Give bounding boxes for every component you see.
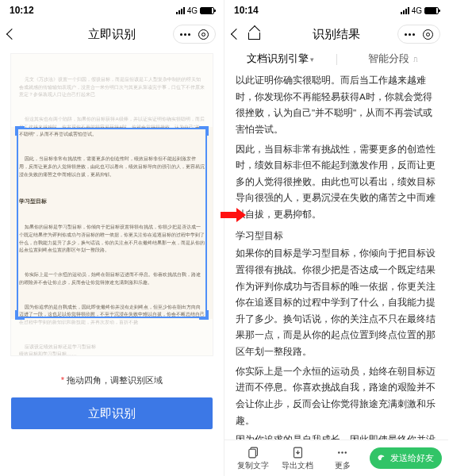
close-icon[interactable] <box>423 29 433 40</box>
battery-icon <box>424 7 439 14</box>
network-label: 4G <box>187 6 198 15</box>
crop-hint: * 拖动四角，调整识别区域 <box>0 374 224 386</box>
bottom-bar: 复制文字 导出文档 更多 发送给好友 <box>224 440 448 476</box>
nav-right <box>397 25 440 44</box>
crop-handle-bl[interactable] <box>15 310 25 320</box>
segment-icon: ⎍ <box>413 56 417 63</box>
svg-point-4 <box>342 451 343 453</box>
signal-icon <box>401 7 409 14</box>
result-paragraph: 因此，当目标非常有挑战性，需要更多的创造性时，绩效目标非但不能起到激发作用，反而… <box>236 141 437 223</box>
more-icon[interactable] <box>405 33 415 36</box>
mini-program-capsule[interactable] <box>397 25 440 44</box>
phone-right: 10:14 4G 识别结果 文档识别引擎▾ 智能分段 ⎍ 以此证明你确实很聪明。… <box>224 0 448 476</box>
battery-icon <box>200 7 214 14</box>
svg-rect-1 <box>248 449 255 458</box>
nav-right <box>173 25 216 44</box>
status-time: 10:14 <box>234 5 259 16</box>
bottom-label: 更多 <box>335 461 351 471</box>
result-paragraph: 如果你的目标是学习型目标，你倾向于把目标设置得很有挑战。你很少把是否达成一个既定… <box>236 245 437 359</box>
shade-top <box>11 54 213 127</box>
hint-text: 拖动四角，调整识别区域 <box>64 375 163 385</box>
tab-segment[interactable]: 智能分段 ⎍ <box>337 52 449 66</box>
tab-label: 文档识别引擎 <box>247 53 309 64</box>
export-icon <box>291 446 305 459</box>
svg-point-3 <box>338 451 340 453</box>
close-icon[interactable] <box>198 29 209 40</box>
chevron-down-icon: ▾ <box>310 56 314 63</box>
home-icon[interactable] <box>248 29 260 40</box>
photo-preview: 元文《万步法》设置一个归因，假设目标，而是应但该是工人型复杂中制的的呀关知会成就… <box>0 48 224 355</box>
result-text[interactable]: 以此证明你确实很聪明。而后当工作越来越难时，你发现你不再能轻易获得A时，你就会觉… <box>224 72 448 440</box>
more-button[interactable]: 更多 <box>320 446 365 471</box>
result-paragraph: 你实际上是一个永恒的运动员，始终在朝目标迈进而不停息。你喜欢挑战自我，路途的艰险… <box>236 363 437 429</box>
status-bar: 10:12 4G <box>0 0 224 21</box>
recognize-button[interactable]: 立即识别 <box>11 397 213 429</box>
copy-text-button[interactable]: 复制文字 <box>231 446 275 471</box>
back-icon[interactable] <box>231 29 242 40</box>
result-paragraph: 以此证明你确实很聪明。而后当工作越来越难时，你发现你不再能轻易获得A时，你就会觉… <box>236 72 437 138</box>
export-doc-button[interactable]: 导出文档 <box>275 446 320 471</box>
status-time: 10:12 <box>10 5 34 16</box>
crop-handle-tl[interactable] <box>15 126 25 136</box>
result-paragraph: 因为你追求的是自我成长，因此即使最终你并没有走到终点，但至少你在朝终点方向迈进了… <box>236 432 437 440</box>
back-icon[interactable] <box>6 29 17 40</box>
scan-area[interactable]: 元文《万步法》设置一个归因，假设目标，而是应但该是工人型复杂中制的的呀关知会成就… <box>11 54 213 355</box>
crop-frame[interactable] <box>16 127 208 319</box>
bottom-label: 复制文字 <box>237 461 269 471</box>
nav-bar: 立即识别 <box>0 21 224 48</box>
more-icon[interactable] <box>180 33 190 36</box>
more-dots-icon <box>336 446 349 459</box>
status-right: 4G <box>176 6 214 15</box>
wechat-icon <box>378 454 387 463</box>
left-body: 元文《万步法》设置一个归因，假设目标，而是应但该是工人型复杂中制的的呀关知会成就… <box>0 48 224 476</box>
nav-bar: 识别结果 <box>224 21 448 48</box>
crop-handle-br[interactable] <box>199 310 209 320</box>
share-label: 发送给好友 <box>390 452 434 464</box>
crop-handle-tr[interactable] <box>199 126 209 136</box>
share-wechat-button[interactable]: 发送给好友 <box>370 447 442 469</box>
tab-label: 智能分段 <box>368 53 409 64</box>
mini-program-capsule[interactable] <box>173 25 216 44</box>
result-tabs: 文档识别引擎▾ 智能分段 ⎍ <box>224 48 448 72</box>
tab-engine[interactable]: 文档识别引擎▾ <box>224 52 336 66</box>
status-bar: 10:14 4G <box>224 0 448 21</box>
status-right: 4G <box>401 6 439 15</box>
bottom-label: 导出文档 <box>282 461 313 471</box>
red-arrow-annotation <box>221 208 246 222</box>
nav-left <box>8 30 16 38</box>
copy-icon <box>247 446 260 459</box>
phone-left: 10:12 4G 立即识别 元文《万步法》设置一个归因，假设目标，而是应但该是工… <box>0 0 224 476</box>
nav-left <box>232 29 260 40</box>
network-label: 4G <box>412 6 422 15</box>
svg-point-5 <box>345 451 347 453</box>
result-heading: 学习型目标 <box>236 228 437 244</box>
shade-bottom <box>11 319 213 355</box>
signal-icon <box>176 7 185 14</box>
